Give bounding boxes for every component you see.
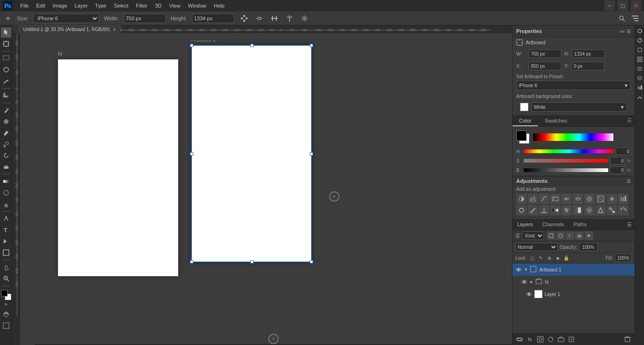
eyedropper-tool[interactable] [1,105,11,115]
lock-all[interactable]: 🔒 [562,254,570,262]
colorbalance-adj[interactable] [584,194,594,204]
tab-paths[interactable]: Paths [569,220,592,230]
pen-tool[interactable] [1,214,11,224]
bw-adj[interactable] [595,194,606,204]
blur-tool[interactable] [1,188,11,198]
layers-panel-menu[interactable]: ☰ [624,220,635,230]
add-group-btn[interactable] [557,335,565,344]
brightness-adj[interactable] [516,194,527,204]
bri-input[interactable]: 0 [610,166,625,174]
kind-select[interactable]: Kind [522,231,544,240]
tab-color[interactable]: Color [512,116,538,126]
swap-icon[interactable]: ⇆ [4,302,8,306]
layer-vis-layer1[interactable] [526,291,532,297]
settings-icon[interactable] [299,13,310,24]
delete-layer-btn[interactable] [623,335,632,344]
photofilter-adj[interactable] [607,194,617,204]
foreground-background-colors[interactable] [1,290,11,300]
levels-adj[interactable] [528,194,538,204]
h-input[interactable] [572,49,605,58]
menu-window[interactable]: Window [184,2,209,9]
move-tool[interactable] [1,27,11,38]
new-layer-btn[interactable] [567,335,576,344]
hdr-adj[interactable] [584,205,594,215]
tab-swatches[interactable]: Swatches [538,116,574,126]
vibrance-adj[interactable] [561,194,572,204]
foreground-color-square[interactable] [516,131,527,141]
eraser-tool[interactable] [1,162,11,172]
gradient-map-adj[interactable] [550,205,561,215]
clone-tool[interactable] [1,139,11,149]
layer-expand-arrow[interactable]: ▼ [524,267,528,272]
hue-input[interactable]: 0 [616,148,631,155]
filter-shape[interactable] [575,231,584,240]
adjustments-menu[interactable]: ☰ [627,179,631,184]
bri-track[interactable] [524,168,608,172]
layer-item-layer1[interactable]: Layer 1 [512,288,635,300]
channelmixer-adj[interactable] [618,194,628,204]
color-panel-menu[interactable]: ☰ [624,116,635,126]
menu-filter[interactable]: Filter [132,2,150,9]
strip-layers-icon[interactable] [636,74,644,82]
opacity-input[interactable]: 100% [579,243,598,251]
layer-vis-artboard1[interactable] [515,266,522,273]
bg-color-dropdown[interactable]: White ▼ [531,102,627,112]
hsl-adj[interactable] [573,194,583,204]
wand-tool[interactable] [1,76,11,86]
close-tab-btn[interactable]: ✕ [113,27,116,32]
hue-track[interactable] [524,149,614,153]
lock-position[interactable]: ⊕ [545,254,553,262]
strip-props-icon[interactable] [636,65,644,73]
strip-styles-icon[interactable] [636,46,644,54]
add-adjustment-btn[interactable] [546,335,555,344]
filter-pixel[interactable] [547,231,555,240]
handle-top-left[interactable] [190,44,193,47]
preset-dropdown[interactable]: iPhone 6 ▼ [516,81,631,90]
history-tool[interactable] [1,150,11,161]
menu-edit[interactable]: Edit [33,2,49,9]
color-spectrum[interactable] [533,133,613,141]
zoom-tool[interactable] [1,273,11,284]
lasso-tool[interactable] [1,65,11,75]
lock-transparent[interactable]: ◻ [528,254,536,262]
minimize-button[interactable]: – [604,0,615,11]
close-button[interactable]: ✕ [631,0,641,11]
filter-smart[interactable] [585,231,593,240]
size-select[interactable]: iPhone 6 [33,14,99,23]
selectivecolor-adj[interactable] [561,205,572,215]
search-button[interactable] [617,13,627,24]
menu-layer[interactable]: Layer [71,2,91,9]
threshold-adj[interactable] [539,205,549,215]
strip-color-icon[interactable] [636,27,644,35]
add-artboard-right[interactable]: + [329,191,339,202]
lock-image[interactable]: ✎ [537,254,545,262]
handle-bot-right[interactable] [310,260,313,263]
exposure-adj[interactable] [550,194,561,204]
heal-tool[interactable] [1,116,11,127]
invert-adj[interactable] [516,205,527,215]
desat-adj[interactable] [595,205,606,215]
brush-tool[interactable] [1,128,11,138]
path-selection-tool[interactable] [1,236,11,246]
lock-artboard[interactable]: ■ [554,254,561,262]
artboard-hi-canvas[interactable] [58,59,178,276]
gradient-tool[interactable] [1,176,11,187]
menu-image[interactable]: Image [50,2,71,9]
text-tool[interactable]: T [1,225,11,235]
menu-type[interactable]: Type [92,2,110,9]
strip-channels-icon[interactable] [636,84,644,91]
properties-menu[interactable]: ☰ [627,29,631,34]
filter-type[interactable]: T [566,231,574,240]
strip-paths-icon[interactable] [636,93,644,101]
fill-input[interactable]: 100% [615,254,632,262]
link-layers-btn[interactable] [515,335,524,344]
height-input[interactable] [192,14,234,23]
artboard-tool[interactable] [1,39,11,49]
restore-button[interactable]: ◻ [618,0,628,11]
add-fx-btn[interactable]: fx [526,335,534,344]
replacecolor-adj[interactable] [618,205,628,215]
menu-select[interactable]: Select [111,2,132,9]
strip-adjust-icon[interactable] [636,37,644,44]
tab-layers[interactable]: Layers [512,220,537,230]
menu-file[interactable]: File [17,2,32,9]
